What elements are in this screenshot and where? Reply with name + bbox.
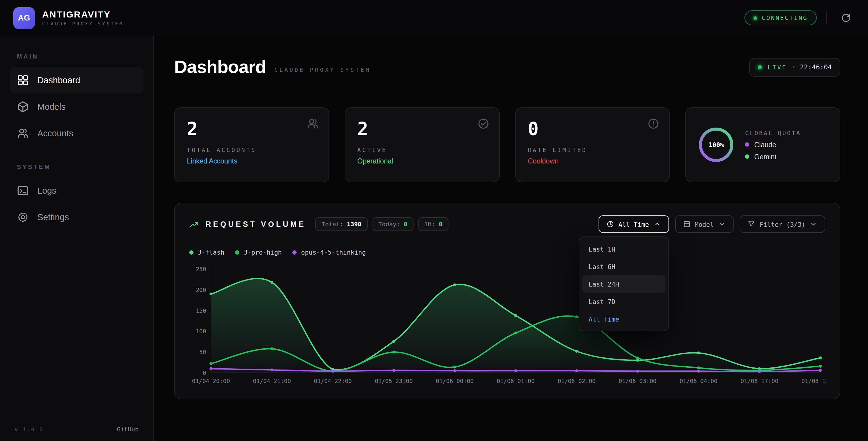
- app-subtitle: CLAUDE PROXY SYSTEM: [42, 21, 124, 27]
- stat-label: TOTAL ACCOUNTS: [187, 147, 316, 153]
- chart-legend: 3-flash3-pro-highopus-4-5-thinking: [189, 248, 825, 256]
- sidebar-item-dashboard[interactable]: Dashboard: [10, 67, 144, 93]
- request-volume-panel: REQUEST VOLUME Total:1390Today:01H:0 All…: [174, 203, 840, 400]
- legend-dot-icon: [745, 142, 749, 147]
- chart-legend-label: 3-flash: [198, 248, 224, 256]
- stat-sublabel: Linked Accounts: [187, 157, 316, 165]
- time-range-menu: Last 1HLast 6HLast 24HLast 7DAll Time: [578, 236, 669, 331]
- svg-text:01/04 22:00: 01/04 22:00: [314, 378, 352, 384]
- quota-ring: 100%: [698, 127, 735, 163]
- svg-text:01/08 17:00: 01/08 17:00: [741, 378, 778, 384]
- chevron-down-icon: [718, 220, 726, 228]
- alert-circle-icon: [648, 118, 660, 130]
- refresh-button[interactable]: [837, 9, 855, 27]
- chart-legend-item-opus-4-5-thinking: opus-4-5-thinking: [293, 248, 366, 256]
- gear-icon: [17, 211, 29, 223]
- main-content: Dashboard CLAUDE PROXY SYSTEM LIVE 22:46…: [154, 36, 868, 441]
- grid-icon: [17, 74, 29, 86]
- chevron-down-icon: [809, 220, 817, 228]
- model-filter-button[interactable]: Model: [675, 215, 734, 233]
- users-icon: [307, 118, 319, 130]
- legend-dot-icon: [189, 250, 193, 254]
- chart-legend-item-3-flash: 3-flash: [189, 248, 224, 256]
- users-icon: [17, 127, 29, 139]
- github-link[interactable]: GitHub: [117, 426, 138, 433]
- chart-legend-label: opus-4-5-thinking: [301, 248, 366, 256]
- brand: ANTIGRAVITY CLAUDE PROXY SYSTEM: [42, 9, 124, 27]
- menu-item-last-1h[interactable]: Last 1H: [582, 240, 665, 258]
- trend-up-icon: [189, 219, 199, 229]
- stat-label: ACTIVE: [358, 147, 487, 153]
- panel-header: REQUEST VOLUME Total:1390Today:01H:0 All…: [189, 215, 825, 233]
- stat-sublabel: Cooldown: [528, 157, 657, 165]
- sidebar-footer: V 1.0.0 GitHub: [14, 426, 138, 433]
- badge-today: Today:0: [372, 217, 413, 231]
- live-label: LIVE: [768, 64, 787, 70]
- check-circle-icon: [477, 118, 489, 130]
- quota-percent: 100%: [698, 127, 735, 163]
- live-status-pill: LIVE 22:46:04: [749, 58, 840, 76]
- stat-value: 2: [187, 119, 316, 139]
- sidebar-item-logs[interactable]: Logs: [10, 177, 144, 204]
- filter-label: Filter (3/3): [760, 220, 805, 228]
- panel-title: REQUEST VOLUME: [206, 220, 306, 228]
- svg-text:200: 200: [196, 287, 206, 293]
- quota-legend-label: Gemini: [754, 153, 776, 160]
- page-title: Dashboard: [174, 57, 266, 77]
- sidebar-item-label: Settings: [37, 212, 69, 222]
- connection-status-label: CONNECTING: [762, 14, 808, 21]
- quota-label: GLOBAL QUOTA: [745, 129, 801, 136]
- sidebar-item-label: Logs: [37, 186, 56, 196]
- svg-text:01/04 20:00: 01/04 20:00: [192, 378, 230, 384]
- sidebar-item-accounts[interactable]: Accounts: [10, 120, 144, 147]
- sidebar-item-label: Models: [37, 102, 66, 112]
- cube-icon: [17, 101, 29, 113]
- chart-legend-item-3-pro-high: 3-pro-high: [236, 248, 282, 256]
- menu-item-all-time[interactable]: All Time: [582, 310, 665, 328]
- svg-text:50: 50: [199, 349, 206, 355]
- badge-label: Total:: [321, 221, 343, 228]
- sidebar: MAINDashboardModelsAccountsSYSTEMLogsSet…: [0, 36, 154, 441]
- svg-text:01/06 01:00: 01/06 01:00: [497, 378, 535, 384]
- stat-value: 2: [358, 119, 487, 139]
- sidebar-item-label: Accounts: [37, 128, 73, 138]
- badge-value: 1390: [347, 221, 361, 228]
- app-logo: AG: [13, 7, 35, 29]
- status-dot-icon: [753, 16, 757, 20]
- stat-label: RATE LIMITED: [528, 147, 657, 153]
- stat-card-total-accounts: 2TOTAL ACCOUNTSLinked Accounts: [174, 108, 329, 182]
- stat-sublabel: Operational: [358, 157, 487, 165]
- chart-controls: All Time Last 1HLast 6HLast 24HLast 7DAl…: [598, 215, 825, 233]
- svg-text:01/06 03:00: 01/06 03:00: [618, 378, 656, 384]
- badge-1h: 1H:0: [418, 217, 448, 231]
- sidebar-item-settings[interactable]: Settings: [10, 204, 144, 231]
- time-range-button[interactable]: All Time: [598, 215, 669, 233]
- time-range-value: All Time: [618, 220, 649, 228]
- app-version: V 1.0.0: [14, 426, 44, 432]
- svg-text:100: 100: [196, 328, 206, 334]
- menu-item-last-24h[interactable]: Last 24H: [582, 275, 665, 293]
- quota-legend-label: Claude: [754, 141, 776, 148]
- chevron-up-icon: [653, 220, 661, 228]
- sidebar-item-models[interactable]: Models: [10, 93, 144, 120]
- svg-text:01/06 00:00: 01/06 00:00: [436, 378, 474, 384]
- menu-item-last-7d[interactable]: Last 7D: [582, 293, 665, 310]
- clock-icon: [607, 220, 614, 228]
- legend-dot-icon: [236, 250, 240, 254]
- stat-card-global-quota: 100% GLOBAL QUOTA ClaudeGemini: [686, 108, 841, 182]
- volume-badges: Total:1390Today:01H:0: [315, 217, 448, 231]
- terminal-icon: [17, 185, 29, 197]
- badge-value: 0: [404, 221, 407, 228]
- quota-legend-item-gemini: Gemini: [745, 153, 801, 160]
- page-header: Dashboard CLAUDE PROXY SYSTEM LIVE 22:46…: [174, 57, 840, 77]
- svg-text:01/04 21:00: 01/04 21:00: [253, 378, 291, 384]
- stat-card-rate-limited: 0RATE LIMITEDCooldown: [515, 108, 670, 182]
- filter-button[interactable]: Filter (3/3): [740, 215, 825, 233]
- menu-item-last-6h[interactable]: Last 6H: [582, 258, 665, 275]
- svg-text:01/05 23:00: 01/05 23:00: [375, 378, 413, 384]
- badge-label: 1H:: [424, 221, 435, 228]
- quota-legend-item-claude: Claude: [745, 141, 801, 148]
- connection-status-pill[interactable]: CONNECTING: [744, 10, 817, 25]
- badge-total: Total:1390: [315, 217, 367, 231]
- divider: [827, 11, 827, 24]
